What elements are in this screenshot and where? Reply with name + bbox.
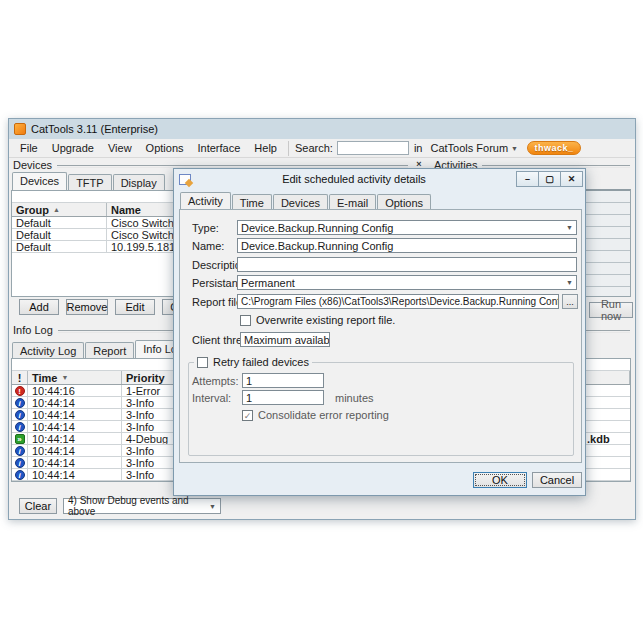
edit-button[interactable]: Edit (115, 299, 155, 315)
overwrite-checkbox[interactable]: Overwrite existing report file. (240, 314, 395, 326)
dialog-tab-options[interactable]: Options (377, 194, 431, 210)
log-time-cell: 10:44:14 (28, 433, 122, 444)
menu-help[interactable]: Help (247, 140, 284, 156)
app-icon (14, 123, 26, 135)
client-threads-value: Maximum available (244, 334, 330, 346)
interval-label: Interval: (192, 392, 231, 404)
edit-activity-dialog: Edit scheduled activity details – ▢ ✕ Ac… (173, 168, 586, 496)
retry-failed-checkbox[interactable]: Retry failed devices (194, 356, 312, 368)
log-severity-icon (15, 470, 25, 480)
log-filter-value: 4) Show Debug events and above (68, 495, 209, 517)
infolog-section-title: Info Log (13, 324, 53, 336)
client-threads-combo[interactable]: Maximum available ▼ (240, 332, 330, 347)
chevron-down-icon: ▼ (566, 224, 573, 231)
log-time-cell: 10:44:16 (28, 385, 122, 396)
search-input[interactable] (337, 141, 409, 155)
dialog-tab-email[interactable]: E-mail (329, 194, 376, 210)
consolidate-label: Consolidate error reporting (258, 409, 389, 421)
log-time-cell: 10:44:14 (28, 457, 122, 468)
edit-form-icon (179, 174, 191, 185)
minimize-button[interactable]: – (516, 171, 539, 187)
tab-devices[interactable]: Devices (12, 172, 67, 190)
column-group: Group (16, 204, 49, 216)
dialog-titlebar: Edit scheduled activity details – ▢ ✕ (174, 169, 585, 189)
interval-input[interactable]: 1 (242, 390, 324, 405)
report-file-value: C:\Program Files (x86)\CatTools3\Reports… (241, 296, 559, 307)
attempts-label: Attempts: (192, 375, 238, 387)
menu-view[interactable]: View (101, 140, 139, 156)
run-now-button[interactable]: Run now (589, 302, 633, 318)
attempts-input[interactable]: 1 (242, 373, 324, 388)
devices-section-title: Devices (13, 159, 52, 171)
device-group-cell: Default (12, 217, 107, 228)
sort-descending-icon: ▼ (61, 374, 68, 381)
interval-value: 1 (246, 392, 252, 404)
dialog-tabstrip: Activity Time Devices E-mail Options (180, 192, 431, 210)
consolidate-checkbox[interactable]: Consolidate error reporting (242, 409, 389, 421)
log-time-cell: 10:44:14 (28, 421, 122, 432)
name-input[interactable]: Device.Backup.Running Config (237, 238, 577, 253)
dialog-title: Edit scheduled activity details (191, 173, 517, 185)
sort-ascending-icon: ▲ (53, 206, 60, 213)
dialog-tab-devices[interactable]: Devices (273, 194, 328, 210)
device-group-cell: Default (12, 241, 107, 252)
type-combo[interactable]: Device.Backup.Running Config ▼ (237, 220, 577, 235)
dialog-tab-activity[interactable]: Activity (180, 192, 231, 210)
devices-tabstrip: Devices TFTP Display (12, 172, 165, 190)
device-group-cell: Default (12, 229, 107, 240)
chevron-down-icon: ▼ (511, 145, 518, 152)
window-title: CatTools 3.11 (Enterprise) (31, 123, 158, 135)
tab-activity-log[interactable]: Activity Log (12, 342, 84, 358)
search-scope-dropdown[interactable]: CatTools Forum ▼ (427, 141, 521, 155)
chevron-down-icon: ▼ (566, 279, 573, 286)
menubar-separator (288, 141, 289, 156)
titlebar: CatTools 3.11 (Enterprise) (9, 119, 635, 139)
log-time-cell: 10:44:14 (28, 409, 122, 420)
checkbox-unchecked-icon (197, 357, 208, 368)
persistance-combo[interactable]: Permanent ▼ (237, 275, 577, 290)
maximize-button[interactable]: ▢ (538, 171, 561, 187)
search-scope-value: CatTools Forum (430, 142, 508, 154)
search-in-label: in (414, 142, 423, 154)
menu-options[interactable]: Options (139, 140, 191, 156)
column-time: Time (32, 372, 57, 384)
cancel-button[interactable]: Cancel (532, 472, 582, 488)
attempts-value: 1 (246, 375, 252, 387)
menu-interface[interactable]: Interface (191, 140, 248, 156)
log-severity-icon (15, 398, 25, 408)
dialog-tab-time[interactable]: Time (232, 194, 272, 210)
dialog-window-controls: – ▢ ✕ (517, 171, 583, 187)
ok-button[interactable]: OK (473, 472, 527, 488)
interval-unit-label: minutes (335, 392, 374, 404)
dialog-tab-page: Type: Device.Backup.Running Config ▼ Nam… (179, 209, 582, 463)
log-severity-icon (15, 446, 25, 456)
report-file-input[interactable]: C:\Program Files (x86)\CatTools3\Reports… (237, 294, 559, 309)
browse-button[interactable]: ... (562, 294, 578, 309)
thwack-button[interactable]: thwack_ (527, 141, 581, 155)
description-input[interactable] (237, 257, 577, 272)
log-time-cell: 10:44:14 (28, 397, 122, 408)
name-value: Device.Backup.Running Config (241, 240, 393, 252)
menu-upgrade[interactable]: Upgrade (45, 140, 101, 156)
tab-display[interactable]: Display (113, 174, 165, 190)
type-value: Device.Backup.Running Config (241, 222, 393, 234)
menu-file[interactable]: File (13, 140, 45, 156)
tab-report[interactable]: Report (85, 342, 134, 358)
log-severity-icon (15, 386, 25, 396)
menubar: File Upgrade View Options Interface Help… (9, 139, 635, 158)
log-time-cell: 10:44:14 (28, 445, 122, 456)
log-severity-icon (15, 410, 25, 420)
close-button[interactable]: ✕ (560, 171, 583, 187)
type-label: Type: (192, 222, 219, 234)
clear-button[interactable]: Clear (19, 498, 57, 514)
log-filter-select[interactable]: 4) Show Debug events and above ▼ (63, 498, 221, 514)
log-severity-icon (15, 434, 25, 444)
checkbox-checked-icon (242, 410, 253, 421)
remove-button[interactable]: Remove (66, 299, 108, 315)
log-severity-icon (15, 458, 25, 468)
log-time-cell: 10:44:14 (28, 469, 122, 480)
chevron-down-icon: ▼ (209, 503, 216, 510)
tab-tftp[interactable]: TFTP (68, 174, 112, 190)
persistance-value: Permanent (241, 277, 295, 289)
add-button[interactable]: Add (19, 299, 59, 315)
